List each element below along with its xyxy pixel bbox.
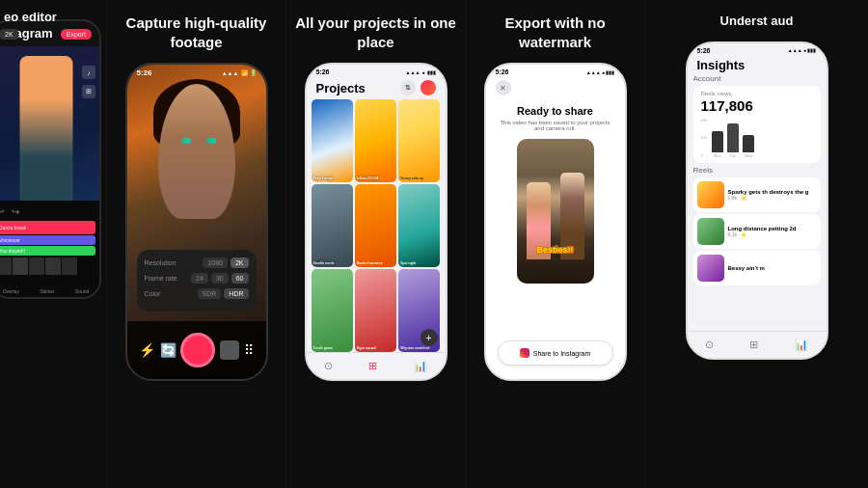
project-inflata-boom[interactable]: Inflata-BOOM! bbox=[355, 99, 396, 182]
phone5-time: 5:26 bbox=[697, 47, 711, 54]
track-extra: You slayed!! bbox=[0, 246, 95, 256]
projects-grid: Free throw 1h · 2.3MB Inflata-BOOM! Sunn… bbox=[312, 99, 441, 352]
add-project-button[interactable]: + bbox=[420, 329, 438, 346]
phone2-status-icons: ▲▲▲ 📶 🔋 bbox=[222, 69, 257, 76]
camera-settings-popup: Resolution 1080 2K Frame rate 24 30 60 C… bbox=[137, 250, 257, 312]
redo-button[interactable]: ↪ bbox=[12, 206, 19, 217]
tab5-camera-icon[interactable]: ⊙ bbox=[705, 339, 714, 351]
tool-icon-2[interactable]: ⊞ bbox=[82, 85, 95, 98]
flash-icon[interactable]: ⚡ bbox=[139, 342, 155, 358]
track-dance-break: Dance break bbox=[0, 221, 95, 234]
chart-bars: Mon Tue Wed bbox=[712, 118, 754, 158]
reel2-thumbnail bbox=[697, 218, 724, 245]
fps-60-option[interactable]: 60 bbox=[231, 273, 249, 284]
export-button[interactable]: Export bbox=[61, 29, 92, 40]
tab-sticker[interactable]: Sticker bbox=[40, 288, 54, 294]
profile-icon[interactable] bbox=[420, 80, 436, 95]
panel4-phone: 5:26 ▲▲▲ ● ▮▮▮ ✕ Ready to share This vid… bbox=[484, 63, 627, 381]
color-label: Color bbox=[145, 290, 161, 297]
resolution-2k-button[interactable]: 2K bbox=[0, 29, 18, 40]
project-touch-grass[interactable]: Touch grass bbox=[312, 269, 353, 352]
phone2-status: 5:26 ▲▲▲ 📶 🔋 bbox=[127, 68, 266, 77]
panel3-phone: 5:26 ▲▲▲●▮▮▮ Projects ⇅ Free throw 1h · … bbox=[305, 63, 448, 381]
camera-bottom-bar: ⚡ 🔄 ⠿ bbox=[127, 321, 266, 379]
video-thumbnail: Besties!! bbox=[517, 139, 594, 284]
panel3-title: All your projects in one place bbox=[294, 14, 457, 51]
project-spa-night[interactable]: Spa night bbox=[398, 184, 440, 267]
resolution-1080-option[interactable]: 1080 bbox=[203, 258, 228, 268]
tab-chart-icon[interactable]: 📊 bbox=[414, 360, 427, 372]
reel3-thumbnail bbox=[697, 255, 724, 282]
resolution-2k-option[interactable]: 2K bbox=[231, 258, 249, 268]
fps-24-option[interactable]: 24 bbox=[191, 273, 208, 284]
share-to-instagram-button[interactable]: Share to Instagram bbox=[498, 340, 613, 366]
reel1-title: Sparky gets th destroys the g bbox=[728, 189, 809, 195]
bar-wed bbox=[743, 135, 754, 152]
reel-item-2[interactable]: Long distance petting 2d 6.1k · ⭐ bbox=[693, 214, 821, 249]
reels-section-label: Reels bbox=[693, 166, 821, 175]
panel-export: Export with no watermark 5:26 ▲▲▲ ● ▮▮▮ … bbox=[466, 0, 644, 488]
reel-item-3[interactable]: Bessy ain't m bbox=[693, 251, 821, 285]
phone3-time: 5:26 bbox=[316, 68, 330, 75]
reel1-stats: 1.8k · ⭐ bbox=[728, 195, 809, 201]
panel2-title: Capture high-quality footage bbox=[115, 14, 278, 51]
undo-button[interactable]: ↩ bbox=[0, 206, 4, 217]
phone4-time: 5:26 bbox=[496, 68, 509, 75]
track-voiceover: Voiceover bbox=[0, 235, 95, 245]
ready-to-share-title: Ready to share bbox=[517, 105, 593, 117]
bar-mon bbox=[712, 131, 723, 152]
instagram-icon bbox=[520, 348, 529, 358]
phone5-status-icons: ▲▲▲ ● ▮▮▮ bbox=[788, 47, 817, 54]
panel4-title: Export with no watermark bbox=[474, 14, 637, 51]
panel5-phone: 5:26 ▲▲▲ ● ▮▮▮ Insights Account Reels vi… bbox=[686, 41, 828, 360]
flip-icon[interactable]: 🔄 bbox=[160, 342, 176, 358]
ready-to-share-subtitle: This video has been saved to your projec… bbox=[496, 120, 615, 131]
tab5-chart-icon[interactable]: 📊 bbox=[795, 339, 808, 351]
panel-insights: Underst aud 5:26 ▲▲▲ ● ▮▮▮ Insights Acco… bbox=[645, 0, 868, 488]
tab-overlay[interactable]: Overlay bbox=[3, 288, 19, 294]
sort-icon[interactable]: ⇅ bbox=[400, 80, 416, 95]
insights-bottom-tabs: ⊙ ⊞ 📊 bbox=[688, 331, 827, 358]
tab-camera-icon[interactable]: ⊙ bbox=[324, 360, 333, 372]
reel1-thumbnail bbox=[697, 181, 724, 208]
project-nacho-business[interactable]: Nacho business bbox=[355, 184, 396, 267]
project-sunny-side[interactable]: Sunny side up bbox=[398, 99, 440, 182]
panel-video-editor: 2K Export ♪ ⊞ ↩ ↪ Dance break V bbox=[0, 0, 106, 488]
panel-projects: All your projects in one place 5:26 ▲▲▲●… bbox=[286, 0, 465, 488]
sdr-option[interactable]: SDR bbox=[198, 288, 222, 299]
account-section-label: Account bbox=[693, 74, 821, 83]
close-button[interactable]: ✕ bbox=[496, 80, 511, 95]
resolution-label: Resolution bbox=[145, 259, 176, 266]
projects-bottom-tabs: ⊙ ⊞ 📊 bbox=[307, 352, 446, 379]
besties-text-overlay: Besties!! bbox=[536, 245, 573, 255]
reel3-title: Bessy ain't m bbox=[728, 265, 765, 271]
tab5-grid-icon[interactable]: ⊞ bbox=[749, 339, 758, 351]
panel5-title: Underst aud bbox=[720, 14, 794, 30]
fps-30-option[interactable]: 30 bbox=[211, 273, 229, 284]
tab-sound[interactable]: Sound bbox=[75, 288, 89, 294]
insights-title: Insights bbox=[697, 58, 746, 72]
projects-header-icons: ⇅ bbox=[400, 80, 436, 95]
reel-item-1[interactable]: Sparky gets th destroys the g 1.8k · ⭐ bbox=[693, 177, 821, 212]
panel-camera: Capture high-quality footage 5:26 ▲▲▲ 📶 … bbox=[107, 0, 285, 488]
hdr-option[interactable]: HDR bbox=[224, 288, 248, 299]
insights-chart: 24k 12k 0 Mon Tue bbox=[701, 118, 813, 158]
reel2-title: Long distance petting 2d bbox=[728, 226, 797, 231]
phone3-status-icons: ▲▲▲●▮▮▮ bbox=[406, 68, 436, 75]
tool-icon-1[interactable]: ♪ bbox=[82, 66, 95, 79]
metric-value: 117,806 bbox=[701, 97, 813, 114]
gallery-icon[interactable] bbox=[220, 340, 239, 360]
phone2-time: 5:26 bbox=[137, 68, 152, 77]
project-free-throw[interactable]: Free throw 1h · 2.3MB bbox=[312, 99, 353, 182]
projects-title: Projects bbox=[316, 81, 366, 95]
reel2-stats: 6.1k · ⭐ bbox=[728, 231, 797, 237]
reels-views-metric: Reels views 117,806 24k 12k 0 Mon bbox=[693, 86, 821, 163]
framerate-label: Frame rate bbox=[145, 275, 177, 282]
project-hype-squad[interactable]: Hype squad bbox=[355, 269, 396, 352]
tab-grid-icon[interactable]: ⊞ bbox=[368, 360, 377, 372]
shutter-button[interactable] bbox=[180, 333, 215, 367]
more-icon[interactable]: ⠿ bbox=[244, 342, 254, 358]
project-stealth-mode[interactable]: Stealth mode bbox=[312, 184, 353, 267]
panel2-phone: 5:26 ▲▲▲ 📶 🔋 Resolution 1080 2K bbox=[125, 63, 268, 381]
metric-title: Reels views bbox=[701, 91, 813, 96]
